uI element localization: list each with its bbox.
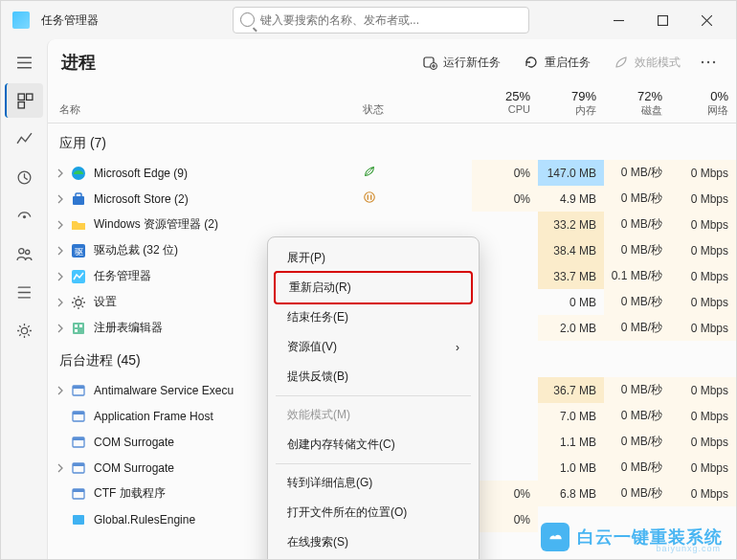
svg-rect-31 bbox=[79, 325, 82, 327]
svg-rect-6 bbox=[18, 101, 24, 107]
svg-point-23 bbox=[365, 192, 375, 203]
process-icon bbox=[71, 486, 86, 502]
nav-processes[interactable] bbox=[5, 83, 43, 118]
col-disk[interactable]: 72%磁盘 bbox=[604, 85, 670, 123]
chevron-right-icon[interactable] bbox=[52, 165, 69, 182]
process-row[interactable]: Windows 资源管理器 (2)33.2 MB0 MB/秒0 Mbps bbox=[48, 212, 736, 237]
column-headers: 名称 状态 25%CPU 79%内存 72%磁盘 0%网络 bbox=[48, 85, 736, 123]
process-icon bbox=[71, 460, 86, 476]
chevron-right-icon[interactable] bbox=[52, 320, 69, 337]
hamburger-icon[interactable] bbox=[5, 45, 43, 79]
disk-cell: 0 MB/秒 bbox=[604, 315, 670, 341]
ctx-resource-values[interactable]: 资源值(V)› bbox=[274, 332, 473, 362]
svg-rect-42 bbox=[73, 515, 84, 525]
process-row[interactable]: Microsoft Store (2)0%4.9 MB0 MB/秒0 Mbps bbox=[48, 186, 736, 212]
process-icon bbox=[71, 269, 86, 284]
mem-cell: 6.8 MB bbox=[538, 481, 604, 506]
toolbar: 进程 运行新任务 重启任务 效能模式 bbox=[48, 39, 736, 85]
ctx-create-dump[interactable]: 创建内存转储文件(C) bbox=[274, 430, 473, 459]
col-cpu[interactable]: 25%CPU bbox=[472, 85, 538, 123]
cpu-cell bbox=[472, 212, 538, 237]
col-status[interactable]: 状态 bbox=[363, 85, 472, 123]
run-new-task-button[interactable]: 运行新任务 bbox=[413, 50, 510, 76]
search-input[interactable] bbox=[233, 7, 529, 34]
svg-point-11 bbox=[17, 286, 18, 287]
ctx-feedback[interactable]: 提供反馈(B) bbox=[274, 362, 473, 392]
col-mem[interactable]: 79%内存 bbox=[538, 85, 604, 123]
maximize-button[interactable] bbox=[640, 5, 684, 35]
chevron-right-icon[interactable] bbox=[52, 268, 69, 285]
svg-rect-39 bbox=[73, 463, 84, 466]
net-cell: 0 Mbps bbox=[670, 455, 736, 481]
cpu-cell: 0% bbox=[472, 160, 538, 186]
disk-cell: 0 MB/秒 bbox=[604, 403, 670, 429]
leaf-icon bbox=[363, 165, 376, 178]
chevron-right-icon[interactable] bbox=[52, 190, 69, 208]
cpu-cell bbox=[472, 429, 538, 455]
svg-point-27 bbox=[76, 300, 81, 305]
chevron-right-icon[interactable] bbox=[52, 216, 69, 234]
process-icon bbox=[71, 409, 86, 424]
restart-icon bbox=[524, 55, 539, 70]
ctx-expand[interactable]: 展开(P) bbox=[274, 243, 473, 273]
svg-point-14 bbox=[21, 327, 27, 333]
minimize-button[interactable] bbox=[596, 5, 640, 35]
cpu-cell bbox=[472, 289, 538, 315]
ctx-search-online[interactable]: 在线搜索(S) bbox=[274, 527, 473, 557]
net-cell: 0 Mbps bbox=[670, 429, 736, 455]
process-icon: 驱 bbox=[71, 243, 86, 258]
col-net[interactable]: 0%网络 bbox=[670, 85, 736, 123]
disk-cell: 0 MB/秒 bbox=[604, 377, 670, 403]
svg-rect-33 bbox=[73, 386, 84, 389]
mem-cell: 33.7 MB bbox=[538, 263, 604, 289]
net-cell: 0 Mbps bbox=[670, 289, 736, 315]
more-button[interactable] bbox=[694, 49, 723, 76]
process-icon bbox=[71, 321, 86, 336]
chevron-right-icon[interactable] bbox=[52, 242, 69, 259]
nav-startup[interactable] bbox=[5, 198, 43, 233]
svg-rect-29 bbox=[75, 325, 78, 327]
chevron-right-icon[interactable] bbox=[52, 382, 69, 399]
cpu-cell: 0% bbox=[472, 481, 538, 506]
titlebar: 任务管理器 bbox=[1, 1, 736, 39]
chevron-right-icon[interactable] bbox=[52, 459, 69, 477]
mem-cell: 4.9 MB bbox=[538, 186, 604, 212]
ctx-end-task[interactable]: 结束任务(E) bbox=[274, 302, 473, 332]
mem-cell: 38.4 MB bbox=[538, 237, 604, 263]
restart-task-button[interactable]: 重启任务 bbox=[514, 50, 600, 76]
nav-services[interactable] bbox=[5, 313, 43, 347]
process-name: Microsoft Edge (9) bbox=[94, 167, 363, 180]
disk-cell: 0 MB/秒 bbox=[604, 186, 670, 212]
col-name[interactable]: 名称 bbox=[56, 85, 363, 123]
cpu-cell bbox=[472, 455, 538, 481]
context-menu: 展开(P) 重新启动(R) 结束任务(E) 资源值(V)› 提供反馈(B) 效能… bbox=[267, 236, 480, 560]
nav-details[interactable] bbox=[5, 275, 43, 309]
net-cell: 0 Mbps bbox=[670, 263, 736, 289]
close-button[interactable] bbox=[684, 5, 728, 35]
watermark: 白云一键重装系统 baiyunxg.com bbox=[541, 523, 723, 551]
nav-history[interactable] bbox=[5, 160, 43, 194]
ctx-restart[interactable]: 重新启动(R) bbox=[274, 271, 473, 304]
process-row[interactable]: Microsoft Edge (9)0%147.0 MB0 MB/秒0 Mbps bbox=[48, 160, 736, 186]
search-icon bbox=[240, 12, 255, 27]
nav-performance[interactable] bbox=[5, 122, 43, 156]
process-status bbox=[363, 165, 472, 181]
ctx-goto-details[interactable]: 转到详细信息(G) bbox=[274, 468, 473, 498]
cpu-cell: 0% bbox=[472, 506, 538, 532]
svg-point-9 bbox=[18, 248, 23, 253]
ctx-open-location[interactable]: 打开文件所在的位置(O) bbox=[274, 498, 473, 527]
mem-cell: 36.7 MB bbox=[538, 377, 604, 403]
left-nav bbox=[1, 39, 47, 559]
cpu-cell bbox=[472, 263, 538, 289]
nav-users[interactable] bbox=[5, 236, 43, 271]
process-name: Microsoft Store (2) bbox=[94, 192, 363, 206]
cpu-cell bbox=[472, 315, 538, 341]
svg-rect-22 bbox=[76, 193, 81, 197]
disk-cell: 0 MB/秒 bbox=[604, 160, 670, 186]
mem-cell: 147.0 MB bbox=[538, 160, 604, 186]
disk-cell: 0 MB/秒 bbox=[604, 212, 670, 237]
app-icon bbox=[12, 11, 30, 29]
chevron-right-icon[interactable] bbox=[52, 294, 69, 311]
chevron-right-icon: › bbox=[456, 341, 459, 354]
cpu-cell bbox=[472, 377, 538, 403]
